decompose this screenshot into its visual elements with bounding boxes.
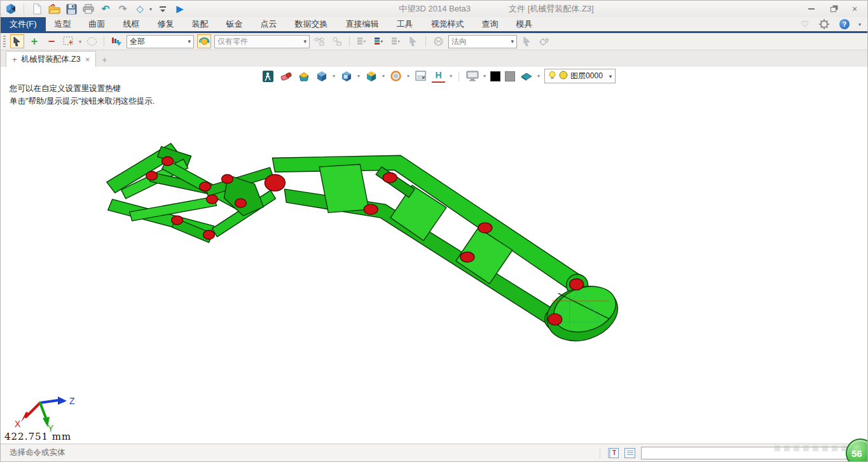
start-icon[interactable]: ▶ (174, 3, 186, 15)
lasso-select-icon[interactable] (85, 34, 99, 48)
print-icon[interactable] (82, 3, 95, 15)
ribbon-tab-bar: 文件(F) 造型 曲面 线框 修复 装配 钣金 点云 数据交换 直接编辑 工具 … (1, 17, 867, 33)
list-filter-3-icon[interactable] (389, 34, 403, 48)
reorient-icon[interactable] (197, 34, 211, 48)
filter-dropdown-value: 全部 (130, 36, 145, 47)
ribbon-tab-visual-style[interactable]: 视觉样式 (422, 17, 473, 31)
divider (600, 448, 600, 458)
close-button[interactable]: × (850, 4, 860, 13)
restore-button[interactable] (828, 4, 838, 13)
scope-dropdown[interactable]: 仅有零件 ▾ (214, 35, 310, 48)
chevron-down-icon: ▾ (300, 38, 307, 45)
undo-icon[interactable]: ↶ (99, 3, 112, 15)
divider (425, 36, 426, 46)
normal-dropdown-value: 法向 (451, 36, 467, 47)
measurement-readout: 422.751 mm (4, 431, 71, 442)
status-message: 选择命令或实体 (1, 447, 65, 458)
ribbon-tab-sheet-metal[interactable]: 钣金 (217, 17, 252, 31)
normal-dropdown[interactable]: 法向 ▾ (448, 35, 517, 48)
selection-filter-icon[interactable] (109, 34, 123, 48)
status-bar: 选择命令或实体 T (1, 444, 867, 461)
toolbar-grip-handle[interactable] (3, 36, 6, 47)
add-selection-icon[interactable]: + (27, 34, 41, 48)
new-file-icon[interactable] (31, 3, 43, 15)
pick-last-icon[interactable] (406, 34, 420, 48)
document-tab-bar: + 机械臂装配体.Z3 × + (1, 50, 867, 67)
ribbon-tab-repair[interactable]: 修复 (149, 17, 183, 31)
ribbon-tab-surface[interactable]: 曲面 (80, 17, 114, 31)
window-title: 中望3D 2014 Beta3 文件 [机械臂装配体.Z3] (186, 3, 806, 15)
open-file-icon[interactable] (48, 3, 60, 15)
message-list-toggle-icon[interactable] (624, 448, 635, 458)
ribbon-right-icons: ♡ ? ▾ (801, 17, 867, 31)
app-window: ↶ ↷ ◇ ▾ ▶ 中望3D 2014 Beta3 文件 [机械臂装配体.Z3]… (0, 0, 868, 462)
scope-dropdown-value: 仅有零件 (217, 36, 248, 47)
ribbon-tab-data-exchange[interactable]: 数据交换 (286, 17, 337, 31)
save-file-icon[interactable] (65, 3, 78, 15)
help-icon[interactable]: ? (839, 19, 850, 29)
ribbon-tab-inquire[interactable]: 查询 (473, 17, 507, 31)
view-mode-icon[interactable]: ◇ (134, 3, 146, 15)
z-axis-arrow (58, 396, 67, 405)
divider (349, 36, 350, 46)
ribbon-tab-assembly[interactable]: 装配 (183, 17, 217, 31)
ribbon-tab-point-cloud[interactable]: 点云 (252, 17, 286, 31)
prompt-panel-toggle-icon[interactable]: T (608, 448, 619, 458)
quick-access-toolbar: ↶ ↷ ◇ ▾ ▶ (4, 3, 186, 15)
app-logo-icon[interactable] (4, 3, 17, 15)
filter-dropdown[interactable]: 全部 ▾ (127, 35, 194, 48)
new-tab-button[interactable]: + (96, 53, 113, 67)
x-axis-label: X (15, 419, 21, 429)
list-filter-1-icon[interactable] (355, 34, 369, 48)
ribbon-tab-file[interactable]: 文件(F) (1, 17, 46, 31)
ribbon-tab-tools[interactable]: 工具 (388, 17, 422, 31)
viewport-canvas[interactable]: 您可以在自定义设置里设置热键 单击"帮助/显示提示"按钮来取消这些提示. ▾ ▾ (1, 67, 867, 444)
selection-toolbar: + − + ▾ 全部 ▾ 仅有零件 ▾ (1, 33, 867, 50)
watermark-text (775, 445, 851, 451)
coordinate-triad: Z X Y (7, 393, 83, 432)
ribbon-tab-direct-edit[interactable]: 直接编辑 (337, 17, 388, 31)
3d-model-mechanical-arm[interactable] (1, 67, 867, 444)
unlink-icon[interactable] (330, 34, 344, 48)
z-axis-label: Z (69, 396, 75, 406)
window-select-caret-icon[interactable]: ▾ (79, 39, 81, 45)
favorites-heart-icon[interactable]: ♡ (801, 19, 809, 29)
pick-cursor-icon[interactable] (10, 34, 24, 48)
help-caret-icon[interactable]: ▾ (858, 22, 861, 27)
document-tab-active[interactable]: + 机械臂装配体.Z3 × (6, 51, 96, 67)
svg-text:+: + (69, 38, 72, 46)
remove-selection-icon[interactable]: − (45, 34, 59, 48)
window-select-icon[interactable]: + (62, 34, 76, 48)
tab-expand-icon[interactable]: + (12, 55, 17, 64)
divider (24, 4, 24, 14)
sphere-orient-icon[interactable] (431, 34, 445, 48)
customize-toolbar-icon[interactable] (156, 3, 169, 15)
document-title: 文件 [机械臂装配体.Z3] (509, 3, 594, 15)
pick-point-icon[interactable] (520, 34, 534, 48)
ribbon-tab-mold[interactable]: 模具 (507, 17, 542, 31)
divider (104, 36, 104, 46)
list-filter-2-icon[interactable] (372, 34, 386, 48)
ribbon-tab-shape[interactable]: 造型 (46, 17, 80, 31)
tab-close-icon[interactable]: × (85, 55, 90, 64)
title-bar: ↶ ↷ ◇ ▾ ▶ 中望3D 2014 Beta3 文件 [机械臂装配体.Z3]… (1, 1, 867, 17)
minimize-button[interactable] (806, 4, 816, 13)
window-controls: × (806, 4, 860, 13)
chevron-down-icon: ▾ (507, 38, 514, 45)
ribbon-tab-wireframe[interactable]: 线框 (114, 17, 149, 31)
chevron-down-icon: ▾ (184, 38, 191, 45)
document-tab-label: 机械臂装配体.Z3 (22, 54, 81, 65)
pick-settings-icon[interactable] (537, 34, 551, 48)
app-title: 中望3D 2014 Beta3 (399, 3, 471, 15)
settings-gear-icon[interactable] (819, 19, 829, 29)
view-mode-caret-icon[interactable]: ▾ (149, 6, 152, 12)
watermark-badge-text: 56 (851, 448, 862, 459)
link-pair-icon[interactable] (313, 34, 327, 48)
redo-icon[interactable]: ↷ (116, 3, 129, 15)
